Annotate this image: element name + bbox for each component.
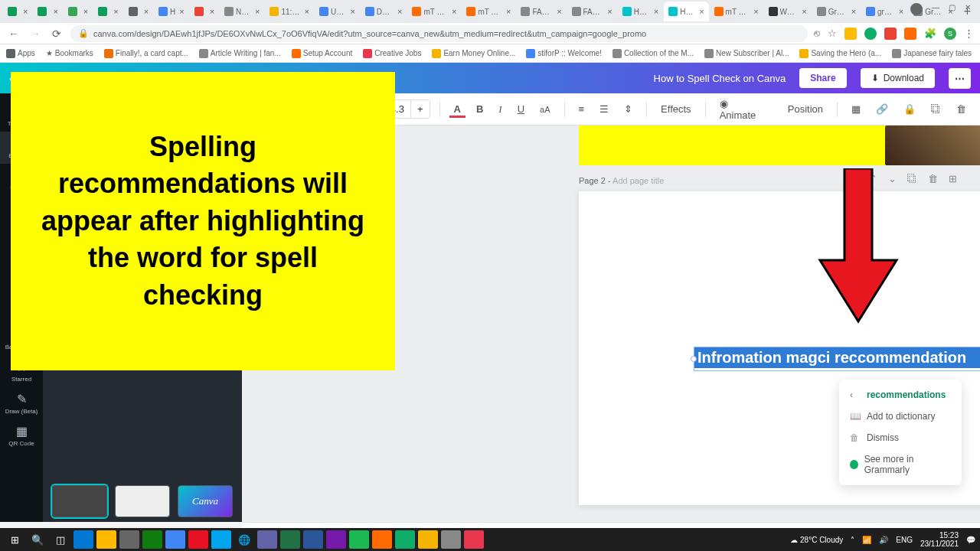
increase-button[interactable]: + (411, 100, 430, 118)
browser-tab[interactable]: × (124, 2, 153, 21)
browser-tab[interactable]: mT Add× (462, 2, 515, 21)
taskbar-app[interactable] (142, 530, 162, 549)
taskbar-app[interactable] (119, 530, 139, 549)
bookmark-item[interactable]: Setup Account (292, 49, 353, 58)
reload-button[interactable]: ⟳ (49, 28, 64, 40)
browser-tab[interactable]: × (33, 2, 62, 21)
bookmark-item[interactable]: ★ Bookmarks (46, 49, 93, 57)
avatar-icon[interactable] (910, 3, 923, 15)
suggestion-item[interactable]: ‹recommendations (839, 384, 962, 406)
taskbar-app[interactable] (280, 530, 300, 549)
apps-button[interactable]: Apps (6, 49, 35, 58)
weather-widget[interactable]: ☁ 28°C Cloudy (790, 536, 843, 544)
share-icon[interactable]: ⎋ (814, 28, 820, 39)
browser-tab[interactable]: Daily× (361, 2, 407, 21)
ext-icon[interactable] (884, 28, 897, 40)
selected-text[interactable]: Infromation magci reccommendation (694, 347, 980, 368)
browser-tab[interactable]: Word× (764, 2, 812, 21)
taskbar-chrome[interactable]: 🌐 (234, 530, 254, 549)
taskbar-app[interactable] (372, 530, 392, 549)
search-button[interactable]: 🔍 (28, 530, 47, 549)
rail-draw (beta)[interactable]: ✎Draw (Beta) (0, 387, 43, 419)
network-icon[interactable]: 📶 (862, 536, 871, 544)
design-title[interactable]: How to Spell Check on Canva (654, 73, 786, 84)
browser-tab[interactable]: 11:23× (265, 2, 313, 21)
ext-icon[interactable] (904, 28, 916, 40)
download-button[interactable]: ⬇Download (861, 68, 935, 88)
menu-icon[interactable]: ⋮ (964, 28, 974, 39)
taskbar-app[interactable] (464, 530, 484, 549)
browser-tab[interactable]: × (93, 2, 122, 21)
page-canvas[interactable]: Infromation magci reccommendation 3 ‹rec… (579, 191, 980, 505)
bookmark-item[interactable]: Earn Money Online... (432, 49, 515, 58)
duplicate-page-icon[interactable]: ⿻ (907, 173, 917, 184)
browser-tab[interactable]: Hom× (618, 2, 664, 21)
list-button[interactable]: ☰ (595, 100, 613, 118)
transparency-button[interactable]: ▦ (847, 100, 865, 118)
browser-tab[interactable]: mT Masc× (710, 2, 763, 21)
page-label[interactable]: Page 2 - Add page title (579, 176, 664, 185)
resize-handle[interactable] (691, 356, 697, 362)
url-input[interactable]: 🔒 canva.com/design/DAEwh1jfJPs/DE6OXvNwL… (70, 25, 808, 42)
see-more-button[interactable]: See more in Grammarly (839, 448, 962, 481)
page-thumb[interactable] (115, 485, 170, 517)
text-element[interactable]: Infromation magci reccommendation 3 (694, 347, 980, 371)
taskbar-app[interactable] (96, 530, 116, 549)
taskbar-app[interactable] (441, 530, 461, 549)
star-icon[interactable]: ☆ (828, 28, 837, 39)
browser-tab[interactable]: How× (664, 2, 708, 21)
taskbar-app[interactable] (257, 530, 277, 549)
maximize-button[interactable]: ▢ (949, 3, 956, 15)
dismiss-button[interactable]: 🗑Dismiss (839, 427, 962, 448)
browser-tab[interactable]: H× (154, 2, 189, 21)
taskbar-app[interactable] (211, 530, 231, 549)
canva-logo-thumb[interactable]: Canva (178, 485, 233, 517)
ext-icon[interactable] (844, 28, 857, 40)
copy-button[interactable]: ⿻ (926, 100, 946, 118)
spacing-button[interactable]: ⇕ (619, 100, 637, 118)
browser-tab[interactable]: Gram× (812, 2, 861, 21)
browser-tab[interactable]: Untit× (315, 2, 360, 21)
start-button[interactable]: ⊞ (5, 530, 24, 549)
browser-tab[interactable]: × (190, 2, 219, 21)
bookmark-item[interactable]: Finally!, a card capt... (104, 49, 188, 58)
delete-button[interactable]: 🗑 (952, 100, 971, 118)
taskbar-app[interactable] (395, 530, 415, 549)
clock[interactable]: 15:2323/11/2021 (920, 531, 959, 548)
text-color-button[interactable]: A (449, 100, 466, 118)
notifications-icon[interactable]: 💬 (966, 536, 975, 544)
effects-button[interactable]: Effects (656, 100, 696, 118)
underline-button[interactable]: U (513, 100, 529, 118)
link-button[interactable]: 🔗 (871, 100, 893, 118)
add-page-icon[interactable]: ⊞ (949, 173, 957, 184)
forward-button[interactable]: → (28, 28, 43, 40)
extensions-icon[interactable]: 🧩 (924, 28, 936, 39)
taskbar-app[interactable] (418, 530, 438, 549)
bookmark-item[interactable]: Japanese fairy tales (892, 49, 972, 58)
taskbar-app[interactable] (188, 530, 208, 549)
case-button[interactable]: aA (535, 102, 554, 117)
animate-button[interactable]: ◉ Animate (715, 95, 771, 124)
bold-button[interactable]: B (472, 100, 488, 118)
align-button[interactable]: ≡ (574, 100, 590, 118)
bookmark-item[interactable]: Saving the Hero (a... (799, 49, 881, 58)
bookmark-item[interactable]: stiforP :: Welcome! (526, 49, 602, 58)
bookmark-item[interactable]: Collection of the M... (612, 49, 694, 58)
minimize-button[interactable]: — (932, 3, 939, 15)
close-button[interactable]: ✕ (965, 3, 971, 15)
italic-button[interactable]: I (494, 100, 506, 119)
profile-icon[interactable]: S (944, 28, 956, 40)
language-indicator[interactable]: ENG (896, 536, 913, 544)
more-button[interactable]: ⋯ (949, 68, 971, 89)
taskbar-app[interactable] (349, 530, 369, 549)
share-button[interactable]: Share (799, 68, 846, 88)
browser-tab[interactable]: FAQP× (567, 2, 617, 21)
browser-tab[interactable]: FAQP× (516, 2, 566, 21)
browser-tab[interactable]: mT Posts× (407, 2, 461, 21)
browser-tab[interactable]: × (64, 2, 93, 21)
position-button[interactable]: Position (783, 100, 828, 118)
tray-chevron[interactable]: ˄ (851, 536, 854, 544)
add-dictionary-button[interactable]: 📖Add to dictionary (839, 406, 962, 427)
bookmark-item[interactable]: Article Writing | fan... (199, 49, 281, 58)
taskbar-app[interactable] (74, 530, 93, 549)
